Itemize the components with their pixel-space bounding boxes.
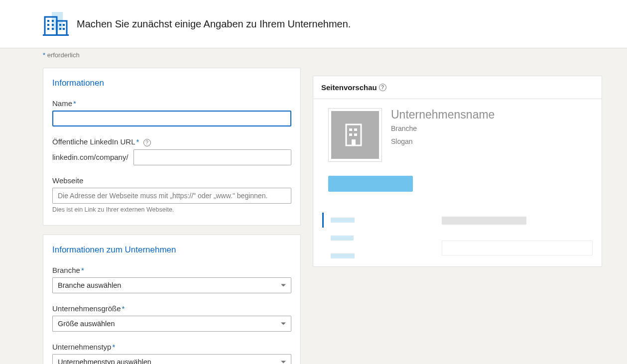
size-label: Unternehmensgröße* [52, 304, 291, 313]
svg-rect-19 [352, 139, 356, 145]
required-note: * erforderlich [0, 48, 627, 59]
stub-nav-item [322, 231, 432, 245]
industry-label: Branche* [52, 266, 291, 274]
industry-select[interactable]: Branche auswählen [52, 277, 291, 293]
company-building-icon [43, 12, 69, 36]
preview-company-name: Unternehmensname [391, 108, 495, 121]
svg-rect-9 [52, 28, 54, 30]
type-select[interactable]: Unternehmenstyp auswählen [52, 354, 291, 364]
svg-rect-17 [349, 133, 352, 136]
preview-industry: Branche [391, 124, 495, 132]
svg-rect-5 [52, 20, 54, 22]
website-input[interactable] [52, 188, 291, 204]
website-label: Webseite [52, 176, 291, 185]
type-label: Unternehmenstyp* [52, 343, 291, 351]
info-card: Informationen Name* Öffentliche LinkedIn… [43, 68, 301, 226]
svg-rect-8 [47, 28, 49, 30]
page-header: Machen Sie zunächst einige Angaben zu Ih… [0, 0, 627, 48]
preview-header: Seitenvorschau ? [313, 76, 602, 99]
page-title: Machen Sie zunächst einige Angaben zu Ih… [77, 18, 351, 30]
svg-rect-15 [349, 128, 352, 131]
svg-rect-7 [52, 24, 54, 26]
svg-rect-3 [43, 34, 69, 36]
svg-rect-6 [47, 24, 49, 26]
logo-placeholder [328, 108, 382, 162]
name-label: Name* [52, 99, 291, 108]
svg-rect-11 [63, 24, 65, 26]
help-icon[interactable]: ? [379, 84, 386, 91]
stub-nav-item [322, 213, 432, 228]
svg-rect-4 [47, 20, 49, 22]
size-select[interactable]: Größe auswählen [52, 316, 291, 332]
chevron-down-icon [281, 322, 286, 325]
svg-rect-13 [63, 28, 65, 30]
name-input[interactable] [52, 111, 291, 126]
chevron-down-icon [281, 361, 286, 363]
company-card-title: Informationen zum Unternehmen [52, 245, 291, 255]
company-card: Informationen zum Unternehmen Branche* B… [43, 235, 301, 364]
help-icon[interactable]: ? [143, 139, 151, 146]
preview-stub-area [313, 204, 602, 266]
chevron-down-icon [281, 284, 286, 286]
svg-rect-16 [354, 128, 357, 131]
info-card-title: Informationen [52, 78, 291, 88]
stub-content [442, 241, 593, 255]
svg-rect-18 [354, 133, 357, 136]
url-prefix: linkedin.com/company/ [52, 153, 128, 161]
preview-slogan: Slogan [391, 137, 495, 145]
preview-cta-placeholder [328, 176, 413, 192]
url-label: Öffentliche LinkedIn URL* ? [52, 137, 291, 146]
stub-heading [442, 217, 526, 225]
building-icon [345, 123, 365, 146]
svg-rect-12 [59, 28, 61, 30]
website-helper: Dies ist ein Link zu Ihrer externen Webs… [52, 206, 291, 213]
preview-card: Seitenvorschau ? [313, 76, 602, 267]
svg-rect-10 [59, 24, 61, 26]
stub-nav-item [322, 248, 432, 263]
url-input[interactable] [133, 149, 291, 165]
